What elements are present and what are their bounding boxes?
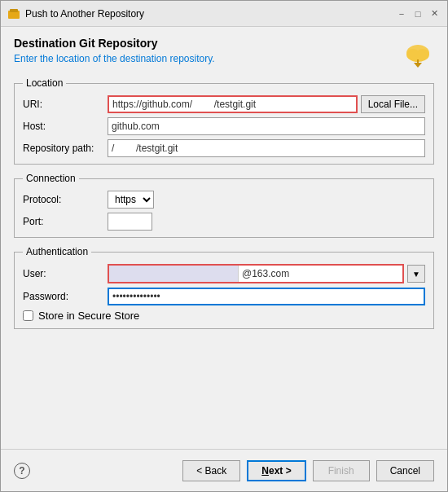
repo-path-label: Repository path:: [23, 143, 104, 154]
port-label: Port:: [23, 216, 104, 227]
auth-legend: Authentication: [23, 246, 91, 257]
protocol-row: Protocol: https http git ssh: [23, 191, 425, 209]
store-label: Store in Secure Store: [38, 310, 139, 322]
protocol-select[interactable]: https http git ssh: [108, 191, 154, 209]
local-file-button[interactable]: Local File...: [361, 95, 425, 113]
header-text: Destination Git Repository Enter the loc…: [14, 37, 215, 64]
location-section: Location URI: Local File... Host: Reposi…: [14, 77, 434, 165]
protocol-label: Protocol:: [23, 194, 104, 205]
back-button[interactable]: < Back: [182, 460, 240, 481]
user-prefix-input[interactable]: [109, 266, 238, 282]
host-label: Host:: [23, 121, 104, 132]
repo-path-input[interactable]: [108, 139, 425, 157]
cloud-svg: [402, 37, 434, 69]
window-title: Push to Another Repository: [25, 8, 390, 20]
password-label: Password:: [23, 291, 104, 302]
window: Push to Another Repository − □ ✕ Destina…: [0, 0, 448, 492]
uri-label: URI:: [23, 99, 104, 110]
content-area: Destination Git Repository Enter the loc…: [1, 27, 447, 449]
window-controls: − □ ✕: [395, 7, 441, 20]
next-label-rest: ext >: [269, 465, 292, 477]
svg-rect-1: [10, 9, 18, 12]
next-button[interactable]: Next >: [247, 460, 305, 481]
connection-legend: Connection: [23, 173, 79, 184]
minimize-button[interactable]: −: [395, 7, 408, 20]
restore-button[interactable]: □: [411, 7, 424, 20]
host-input[interactable]: [108, 117, 425, 135]
user-row: User: ▼: [23, 264, 425, 283]
password-input[interactable]: [108, 288, 425, 305]
location-legend: Location: [23, 77, 66, 89]
header-section: Destination Git Repository Enter the loc…: [14, 37, 434, 69]
title-bar: Push to Another Repository − □ ✕: [1, 1, 447, 27]
footer: ? < Back Next > Finish Cancel: [1, 449, 447, 491]
port-input[interactable]: [108, 213, 152, 231]
cancel-button[interactable]: Cancel: [376, 460, 434, 481]
password-row: Password:: [23, 288, 425, 305]
help-button[interactable]: ?: [14, 463, 30, 479]
user-extra-button[interactable]: ▼: [407, 265, 425, 283]
svg-marker-7: [414, 63, 422, 68]
finish-button[interactable]: Finish: [313, 460, 370, 481]
repo-path-row: Repository path:: [23, 139, 425, 157]
close-button[interactable]: ✕: [428, 7, 441, 20]
host-row: Host:: [23, 117, 425, 135]
store-checkbox[interactable]: [23, 310, 33, 321]
page-title: Destination Git Repository: [14, 37, 215, 50]
uri-input[interactable]: [108, 95, 358, 113]
uri-row: URI: Local File...: [23, 95, 425, 113]
page-subtitle: Enter the location of the destination re…: [14, 53, 215, 64]
user-label: User:: [23, 268, 104, 279]
port-row: Port:: [23, 213, 425, 231]
window-icon: [7, 7, 20, 20]
connection-section: Connection Protocol: https http git ssh …: [14, 173, 434, 238]
next-label-underline: N: [261, 465, 269, 477]
cloud-icon: [402, 37, 434, 69]
user-suffix-input[interactable]: [238, 266, 402, 282]
authentication-section: Authentication User: ▼ Password:: [14, 246, 434, 329]
store-row: Store in Secure Store: [23, 310, 425, 322]
user-input-group: [108, 264, 404, 283]
